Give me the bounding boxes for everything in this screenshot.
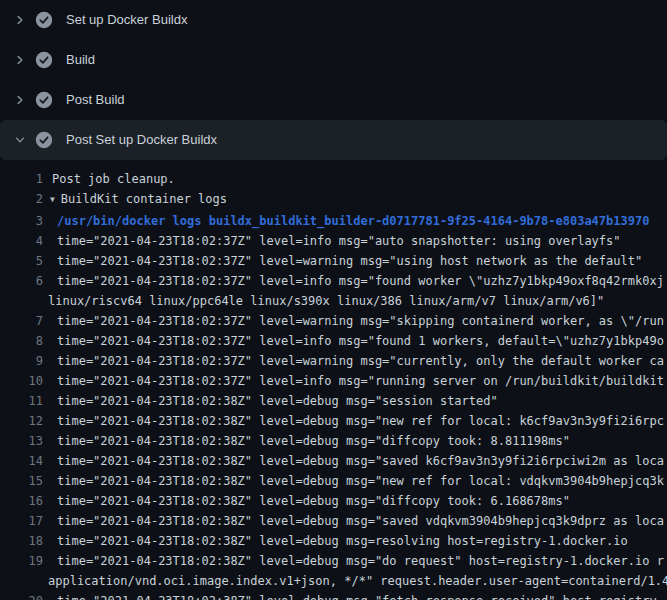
- line-number[interactable]: 4: [0, 231, 43, 251]
- log-line: 17 time="2021-04-23T18:02:38Z" level=deb…: [0, 511, 667, 531]
- log-line: 18 time="2021-04-23T18:02:38Z" level=deb…: [0, 531, 667, 551]
- line-number[interactable]: 7: [0, 311, 43, 331]
- chevron-right-icon: [12, 12, 28, 28]
- log-line: 14 time="2021-04-23T18:02:38Z" level=deb…: [0, 451, 667, 471]
- check-circle-icon: [35, 91, 53, 109]
- log-line-text: Post job cleanup.: [43, 169, 175, 189]
- log-area: 1 Post job cleanup. 2 ▼BuildKit containe…: [0, 160, 667, 600]
- step-label: Post Set up Docker Buildx: [66, 132, 217, 148]
- line-number[interactable]: 10: [0, 371, 43, 391]
- line-number[interactable]: 16: [0, 491, 43, 511]
- log-line-text: time="2021-04-23T18:02:37Z" level=warnin…: [43, 251, 642, 271]
- step-label: Post Build: [66, 92, 125, 108]
- check-circle-icon: [35, 51, 53, 69]
- log-line-text: time="2021-04-23T18:02:37Z" level=warnin…: [43, 351, 664, 371]
- log-line-text: time="2021-04-23T18:02:37Z" level=info m…: [43, 331, 664, 351]
- log-line: linux/riscv64 linux/ppc64le linux/s390x …: [0, 291, 667, 311]
- log-line: 15 time="2021-04-23T18:02:38Z" level=deb…: [0, 471, 667, 491]
- chevron-down-icon: [12, 132, 28, 148]
- line-number[interactable]: 5: [0, 251, 43, 271]
- log-line-text: time="2021-04-23T18:02:37Z" level=info m…: [43, 371, 664, 391]
- log-line-text: time="2021-04-23T18:02:37Z" level=info m…: [43, 271, 664, 291]
- line-number[interactable]: [0, 571, 43, 591]
- log-line-text: time="2021-04-23T18:02:38Z" level=debug …: [43, 431, 570, 451]
- check-circle-icon: [35, 11, 53, 29]
- log-line: 4 time="2021-04-23T18:02:37Z" level=info…: [0, 231, 667, 251]
- log-line-text: linux/riscv64 linux/ppc64le linux/s390x …: [43, 291, 604, 311]
- steps-list: Set up Docker Buildx Build P: [0, 0, 667, 160]
- chevron-right-icon: [12, 52, 28, 68]
- log-line: 5 time="2021-04-23T18:02:37Z" level=warn…: [0, 251, 667, 271]
- line-number[interactable]: 20: [0, 591, 43, 600]
- log-line-text: time="2021-04-23T18:02:38Z" level=debug …: [43, 531, 628, 551]
- log-line: 2 ▼BuildKit container logs: [0, 189, 667, 211]
- log-line: 16 time="2021-04-23T18:02:38Z" level=deb…: [0, 491, 667, 511]
- line-number[interactable]: 2: [0, 189, 43, 211]
- log-line-text: time="2021-04-23T18:02:38Z" level=debug …: [43, 471, 664, 491]
- line-number[interactable]: 19: [0, 551, 43, 571]
- log-line: 3 /usr/bin/docker logs buildx_buildkit_b…: [0, 211, 667, 231]
- line-number[interactable]: 8: [0, 331, 43, 351]
- line-number[interactable]: 13: [0, 431, 43, 451]
- log-line-text: time="2021-04-23T18:02:38Z" level=debug …: [43, 391, 498, 411]
- log-line: 10 time="2021-04-23T18:02:37Z" level=inf…: [0, 371, 667, 391]
- log-line: 1 Post job cleanup.: [0, 169, 667, 189]
- log-line-text: time="2021-04-23T18:02:38Z" level=debug …: [43, 551, 664, 571]
- step-row[interactable]: Post Build: [0, 80, 667, 120]
- step-row[interactable]: Set up Docker Buildx: [0, 0, 667, 40]
- step-label: Set up Docker Buildx: [66, 12, 187, 28]
- line-number[interactable]: [0, 291, 43, 311]
- step-row[interactable]: Build: [0, 40, 667, 80]
- log-line: 6 time="2021-04-23T18:02:37Z" level=info…: [0, 271, 667, 291]
- log-line-text: time="2021-04-23T18:02:38Z" level=debug …: [43, 591, 664, 600]
- line-number[interactable]: 18: [0, 531, 43, 551]
- step-row[interactable]: Post Set up Docker Buildx: [0, 120, 667, 160]
- line-number[interactable]: 6: [0, 271, 43, 291]
- log-line-text: time="2021-04-23T18:02:38Z" level=debug …: [43, 511, 664, 531]
- check-circle-icon: [35, 131, 53, 149]
- log-line-text: /usr/bin/docker logs buildx_buildkit_bui…: [43, 211, 649, 231]
- disclosure-triangle-icon[interactable]: ▼: [50, 195, 55, 204]
- chevron-right-icon: [12, 92, 28, 108]
- log-line: 11 time="2021-04-23T18:02:38Z" level=deb…: [0, 391, 667, 411]
- log-line: 12 time="2021-04-23T18:02:38Z" level=deb…: [0, 411, 667, 431]
- log-line-text: application/vnd.oci.image.index.v1+json,…: [43, 571, 667, 591]
- log-line: 7 time="2021-04-23T18:02:37Z" level=warn…: [0, 311, 667, 331]
- step-label: Build: [66, 52, 95, 68]
- log-line-text: time="2021-04-23T18:02:38Z" level=debug …: [43, 451, 664, 471]
- line-number[interactable]: 15: [0, 471, 43, 491]
- log-line: 19 time="2021-04-23T18:02:38Z" level=deb…: [0, 551, 667, 571]
- log-line-text: time="2021-04-23T18:02:38Z" level=debug …: [43, 411, 664, 431]
- log-line: application/vnd.oci.image.index.v1+json,…: [0, 571, 667, 591]
- line-number[interactable]: 14: [0, 451, 43, 471]
- line-number[interactable]: 12: [0, 411, 43, 431]
- log-line-text: ▼BuildKit container logs: [43, 189, 227, 211]
- line-number[interactable]: 9: [0, 351, 43, 371]
- line-number[interactable]: 1: [0, 169, 43, 189]
- log-line-text: time="2021-04-23T18:02:37Z" level=info m…: [43, 231, 621, 251]
- log-line: 20 time="2021-04-23T18:02:38Z" level=deb…: [0, 591, 667, 600]
- line-number[interactable]: 11: [0, 391, 43, 411]
- log-line-text: time="2021-04-23T18:02:38Z" level=debug …: [43, 491, 570, 511]
- line-number[interactable]: 17: [0, 511, 43, 531]
- log-line: 8 time="2021-04-23T18:02:37Z" level=info…: [0, 331, 667, 351]
- log-line: 13 time="2021-04-23T18:02:38Z" level=deb…: [0, 431, 667, 451]
- line-number[interactable]: 3: [0, 211, 43, 231]
- log-line-text: time="2021-04-23T18:02:37Z" level=warnin…: [43, 311, 664, 331]
- log-line: 9 time="2021-04-23T18:02:37Z" level=warn…: [0, 351, 667, 371]
